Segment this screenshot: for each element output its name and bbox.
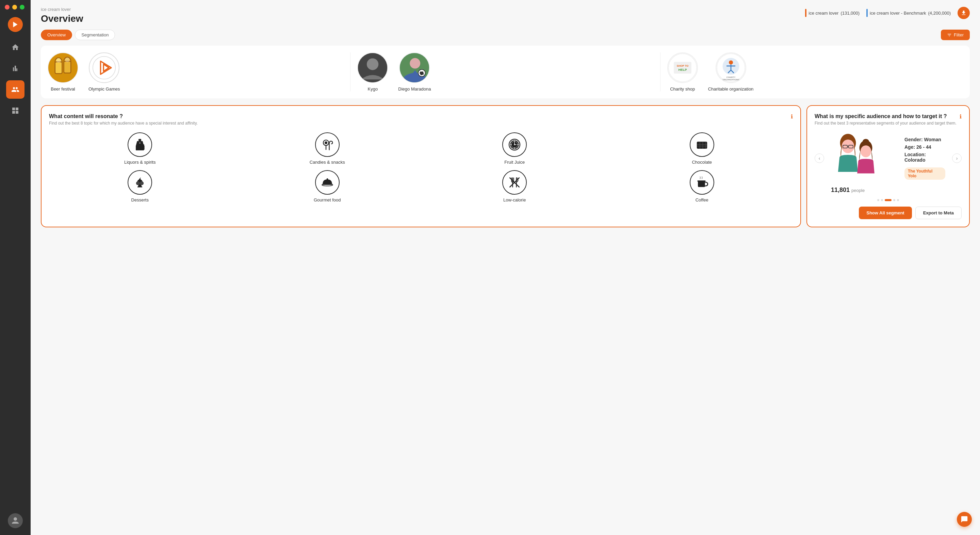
topic-chocolate[interactable]: Chocolate [611,132,793,165]
legend-dot-blue [866,9,868,17]
svg-line-58 [140,178,140,178]
tab-overview[interactable]: Overview [41,30,72,40]
show-all-segment-button[interactable]: Show All segment [859,207,912,219]
svg-point-23 [729,61,733,65]
age-value: 26 - 44 [916,144,931,150]
svg-point-73 [862,139,869,144]
card-beer-festival[interactable]: Beer festival [48,53,78,92]
sidebar [0,0,30,535]
carousel-dots [815,199,962,201]
user-avatar-icon [10,516,21,526]
svg-point-13 [367,58,379,70]
bottom-section: What content will resonate ? Find out th… [41,105,970,227]
card-charitable-org[interactable]: CHARITY ORGANIZATIONS Charitable organiz… [708,53,754,92]
audience-info-icon[interactable]: ℹ [959,113,962,120]
kygo-avatar [358,53,387,83]
svg-rect-2 [48,53,78,82]
svg-point-8 [65,57,70,62]
topic-lowcalorie[interactable]: Low-calorie [424,170,606,202]
nofork-icon [502,170,527,195]
topic-label-lowcalorie: Low-calorie [503,197,526,202]
dot-3-active [885,199,891,201]
resonance-info-icon[interactable]: ℹ [791,113,793,120]
dot-2 [881,199,883,201]
svg-point-1 [14,517,17,521]
maximize-button[interactable] [20,5,24,10]
svg-rect-53 [137,186,142,187]
sidebar-item-home[interactable] [6,38,24,56]
tab-segmentation[interactable]: Segmentation [75,30,115,40]
legend-label-1: ice cream lover [808,11,838,16]
avatar[interactable] [8,513,23,528]
dot-1 [877,199,879,201]
avatar-front [850,138,882,182]
topic-candies[interactable]: Candies & snacks [237,132,418,165]
minimize-button[interactable] [12,5,17,10]
olympic-games-image [89,53,119,83]
close-button[interactable] [5,5,10,10]
main-content: ice cream lover Overview ice cream lover… [30,0,980,535]
topic-gourmet[interactable]: Gourmet food [237,170,418,202]
charitable-org-image: CHARITY ORGANIZATIONS [716,53,746,83]
svg-point-55 [136,182,140,185]
svg-point-35 [325,141,327,144]
topic-label-gourmet: Gourmet food [314,197,341,202]
charity-shop-icon: SHOP TO HELP [668,53,697,83]
header-left: ice cream lover Overview [41,7,83,24]
svg-rect-60 [326,178,328,180]
legend-count-1: (131,000) [840,11,859,16]
card-olympic-games[interactable]: Olympic Games [89,53,120,92]
legend-item-2: ice cream lover - Benchmark (4,200,000) [866,9,951,17]
filter-icon [947,33,952,37]
topic-desserts[interactable]: Desserts [49,170,231,202]
card-group-3: SHOP TO HELP Charity shop [667,53,963,92]
svg-rect-32 [142,145,145,150]
svg-text:ORGANIZATIONS: ORGANIZATIONS [722,79,739,81]
bottle-icon [127,132,152,157]
gourmet-icon [315,170,340,195]
topic-label-desserts: Desserts [131,197,149,202]
legend-count-2: (4,200,000) [928,11,951,16]
card-kygo[interactable]: Kygo [357,53,388,92]
carousel-prev-button[interactable]: ‹ [815,153,824,163]
carousel-next-button[interactable]: › [952,153,962,163]
breadcrumb: ice cream lover [41,7,83,12]
filter-button[interactable]: Filter [941,30,970,40]
topic-label-chocolate: Chocolate [692,159,712,165]
dot-5 [897,199,899,201]
sidebar-item-audience[interactable] [6,80,24,99]
logo-icon [11,21,19,28]
svg-rect-30 [138,139,141,141]
maradona-avatar [400,53,429,83]
sidebar-item-chart[interactable] [6,59,24,78]
topic-liquors[interactable]: Liquors & spirits [49,132,231,165]
topic-label-liquors: Liquors & spirits [124,159,156,165]
people-count: 11,801 people [831,186,865,194]
featured-cards-section: Beer festival Olympic Games [41,46,970,98]
card-group-2: Kygo Diego Maradona [357,53,660,92]
age-label: Age: [904,144,915,150]
location-row: Location: Colorado [904,152,945,163]
chocolate-icon [690,132,714,157]
svg-rect-6 [64,61,71,73]
download-button[interactable] [958,7,970,19]
beer-festival-image [48,53,78,83]
dot-4 [893,199,895,201]
chat-icon [961,516,968,523]
svg-point-74 [861,145,872,157]
sidebar-item-grid[interactable] [6,102,24,120]
audience-avatars: 11,801 people [831,131,892,185]
audience-actions: Show All segment Export to Meta [815,207,962,219]
logo[interactable] [8,17,23,32]
svg-rect-4 [55,62,62,73]
card-maradona[interactable]: Diego Maradona [398,53,431,92]
topic-juice[interactable]: Fruit Juice [424,132,606,165]
location-label: Location: [904,152,926,157]
topics-grid: Liquors & spirits Candie [49,132,793,202]
card-charity-shop[interactable]: SHOP TO HELP Charity shop [667,53,698,92]
chat-bubble-button[interactable] [957,512,972,527]
svg-point-15 [410,58,421,69]
audience-icon [11,85,19,94]
topic-coffee[interactable]: Coffee [611,170,793,202]
export-to-meta-button[interactable]: Export to Meta [915,207,962,219]
